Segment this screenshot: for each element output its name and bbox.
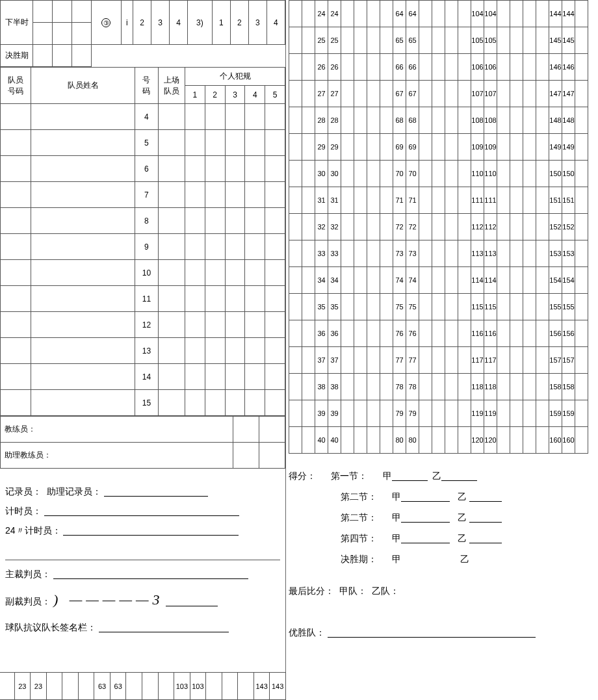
score-row: 34347474114114154154 (289, 267, 588, 294)
coach-head: 教练员： (1, 417, 233, 443)
roster-row: 10 (1, 260, 285, 286)
bottom-cell: 103 (174, 673, 190, 700)
bottom-cell: 23 (14, 673, 31, 700)
score-row: 37377777117117157157 (289, 347, 588, 374)
roster-row: 4 (1, 104, 285, 130)
bottom-cell (62, 673, 79, 700)
overtime-label: 决胜期 (1, 45, 33, 67)
score-row: 33337373113113153153 (289, 240, 588, 267)
bottom-cell: 143 (270, 673, 286, 700)
roster-row: 8 (1, 208, 285, 234)
score-row: 25256565105105145145 (289, 27, 588, 54)
score-grid: 2424646410410414414425256565105105145145… (289, 0, 588, 454)
bottom-cell: 63 (94, 673, 110, 700)
bottom-cell (126, 673, 142, 700)
score-row: 29296969109109149149 (289, 134, 588, 161)
bottom-cell: 143 (254, 673, 270, 700)
col-foul-header: 个人犯规 (185, 68, 285, 86)
roster-row: 6 (1, 156, 285, 182)
col-team-no: 队员 号码 (1, 68, 31, 104)
bottom-cell: 103 (190, 673, 206, 700)
col-name: 队员姓名 (31, 68, 135, 104)
roster-row: 7 (1, 182, 285, 208)
bottom-cell: 63 (110, 673, 126, 700)
second-half-label: 下半时 (1, 1, 33, 45)
roster-row: 5 (1, 130, 285, 156)
score-row: 24246464104104144144 (289, 1, 588, 27)
roster-row: 13 (1, 338, 285, 364)
score-row: 39397979119119159159 (289, 400, 588, 427)
coach-table: 教练员： 助理教练员： (0, 416, 285, 469)
score-row: 26266666106106146146 (289, 54, 588, 81)
roster-row: 14 (1, 364, 285, 390)
score-row: 36367676116116156156 (289, 320, 588, 347)
bottom-cell (238, 673, 254, 700)
bottom-cell (158, 673, 174, 700)
bottom-cell: 23 (31, 673, 47, 700)
bottom-strip: 23236363103103143143 (0, 672, 286, 700)
score-row: 38387878118118158158 (289, 374, 588, 400)
score-row: 40408080120120160160 (289, 427, 588, 454)
bottom-cell (142, 673, 158, 700)
final-block: 最后比分： 甲队： 乙队： 优胜队： (289, 580, 588, 643)
score-row: 35357575115115155155 (289, 294, 588, 320)
col-onfield: 上场 队员 (158, 68, 185, 104)
roster-row: 12 (1, 312, 285, 338)
roster-table: 队员 号码 队员姓名 号 码 上场 队员 个人犯规 1 2 3 4 5 4567… (0, 67, 285, 416)
bottom-cell (78, 673, 94, 700)
coach-assistant: 助理教练员： (1, 443, 233, 469)
bottom-cell (222, 673, 238, 700)
roster-row: 9 (1, 234, 285, 260)
score-row: 30307070110110150150 (289, 161, 588, 187)
officials-block: 记录员： 助理记录员： 计时员： 24〃计时员： 主裁判员： 副裁判员： ) —… (5, 482, 280, 637)
score-row: 28286868108108148148 (289, 107, 588, 134)
bottom-cell (206, 673, 222, 700)
bottom-cell (46, 673, 62, 700)
top-header-table: 下半时 ③ i 2 3 4 3) 1 2 3 4 决胜期 (0, 0, 285, 67)
score-row: 31317171111111151151 (289, 187, 588, 214)
score-row: 27276767107107147147 (289, 81, 588, 107)
roster-row: 11 (1, 286, 285, 312)
score-row: 32327272112112152152 (289, 214, 588, 240)
ref-signature: ) —————3 (53, 591, 164, 608)
roster-row: 15 (1, 390, 285, 416)
col-no: 号 码 (135, 68, 159, 104)
score-summary: 得分： 第一节： 甲 乙 第二节： 甲 乙 第二节： 甲 乙 (289, 465, 588, 569)
